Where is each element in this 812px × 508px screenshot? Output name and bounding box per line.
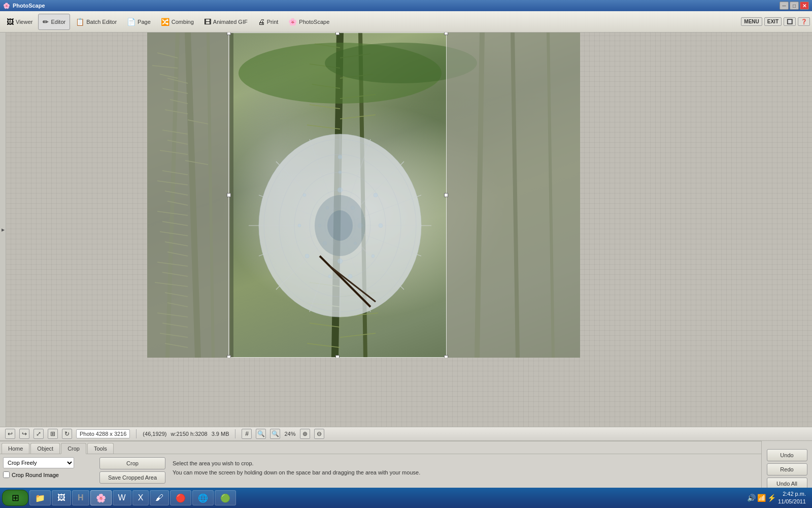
combing-icon: 🔀	[161, 18, 170, 26]
crop-handle-top-middle[interactable]	[335, 33, 340, 35]
photoscape-icon: 🌸	[288, 18, 297, 26]
close-button[interactable]: ✕	[800, 2, 809, 10]
clock-date: 11/05/2011	[778, 498, 806, 505]
minimize-button[interactable]: ─	[780, 2, 789, 10]
menu-editor[interactable]: ✏ Editor	[38, 14, 70, 30]
menu-animated-gif[interactable]: 🎞 Animated GIF	[199, 14, 252, 30]
statusbar-divider1	[136, 429, 137, 438]
taskbar-app-folder[interactable]: 📁	[29, 490, 51, 505]
save-cropped-button[interactable]: Save Cropped Area	[99, 471, 165, 484]
screen-button[interactable]: 🔲	[784, 17, 796, 26]
opera-taskbar-icon: 🔴	[176, 493, 186, 503]
photoscape-taskbar-icon: 🌸	[96, 493, 106, 503]
maximize-button[interactable]: □	[790, 2, 799, 10]
photo-canvas	[147, 33, 580, 358]
exit-button[interactable]: EXIT	[764, 17, 782, 26]
crop-selection-box[interactable]	[228, 33, 447, 358]
menu-print[interactable]: 🖨 Print	[253, 14, 283, 30]
editor-label: Editor	[51, 19, 65, 25]
menubar: 🖼 Viewer ✏ Editor 📋 Batch Editor 📄 Page …	[0, 11, 812, 33]
crop-mode-dropdown[interactable]: Crop Freely 1:1 4:3 16:9 Custom	[3, 457, 74, 468]
zoom-fit-button[interactable]: ⤢	[33, 429, 44, 439]
tab-tools[interactable]: Tools	[87, 443, 114, 454]
tabs: Home Object Crop Tools	[0, 441, 812, 454]
taskbar: ⊞ 📁 🖼 H 🌸 W X 🖌 🔴 🌐 🟢 🔊 📶 ⚡ 2:42 p.m. 11…	[0, 488, 812, 508]
app-icon: 🌸	[3, 3, 10, 9]
zoom-level: 24%	[284, 431, 295, 437]
taskbar-app-photoscape[interactable]: 🌸	[90, 490, 112, 505]
crop-handle-top-right[interactable]	[444, 33, 448, 35]
crop-round-label: Crop Round Image	[12, 472, 59, 478]
batch-editor-label: Batch Editor	[86, 19, 117, 25]
rotate-button[interactable]: ↻	[62, 429, 72, 439]
taskbar-app-word[interactable]: W	[113, 490, 131, 505]
viewer-label: Viewer	[16, 19, 32, 25]
ie-taskbar-icon: 🌐	[198, 493, 208, 503]
undo-button[interactable]: Undo	[767, 449, 807, 461]
zoom-in-small-button[interactable]: 🔍	[270, 429, 280, 439]
help-button[interactable]: ❓	[798, 17, 810, 26]
menu-combing[interactable]: 🔀 Combing	[156, 14, 198, 30]
tray-icon-2: 📶	[757, 494, 766, 502]
image-taskbar-icon: 🖼	[57, 493, 65, 502]
animated-gif-icon: 🎞	[204, 18, 211, 26]
photo-container	[147, 33, 580, 358]
taskbar-app-excel[interactable]: X	[132, 490, 149, 505]
statusbar-divider2	[235, 429, 235, 438]
page-icon: 📄	[127, 18, 136, 26]
taskbar-right: 🔊 📶 ⚡ 2:42 p.m. 11/05/2011	[747, 490, 810, 506]
crop-handle-middle-right[interactable]	[444, 193, 448, 197]
crop-handle-bottom-right[interactable]	[444, 355, 448, 358]
zoom-out-button[interactable]: ⊖	[314, 429, 324, 439]
statusbar: ↩ ↪ ⤢ ⊞ ↻ Photo 4288 x 3216 (46,1929) w:…	[0, 427, 812, 441]
taskbar-app-lightroom[interactable]: H	[72, 490, 89, 505]
crop-handle-bottom-middle[interactable]	[335, 355, 340, 358]
system-clock[interactable]: 2:42 p.m. 11/05/2011	[778, 490, 806, 506]
tray-icon-3: ⚡	[767, 494, 776, 502]
start-button[interactable]: ⊞	[2, 490, 28, 506]
taskbar-app-chrome[interactable]: 🟢	[215, 490, 236, 505]
zoom-actual-button[interactable]: ⊞	[48, 429, 58, 439]
coordinates-label: (46,1929)	[143, 431, 166, 437]
undo-statusbar-button[interactable]: ↩	[5, 429, 15, 439]
panel-arrow-icon: ▶	[2, 228, 5, 232]
zoom-out-small-button[interactable]: 🔍	[256, 429, 266, 439]
batch-editor-icon: 📋	[76, 18, 84, 26]
left-panel-toggle[interactable]: ▶	[0, 33, 6, 427]
titlebar: 🌸 PhotoScape ─ □ ✕	[0, 0, 812, 11]
tab-object[interactable]: Object	[30, 443, 60, 454]
crop-round-checkbox[interactable]	[3, 471, 10, 478]
chrome-taskbar-icon: 🟢	[220, 493, 230, 503]
taskbar-app-ie[interactable]: 🌐	[192, 490, 214, 505]
taskbar-app-paint[interactable]: 🖌	[150, 490, 169, 505]
crop-round-row: Crop Round Image	[3, 471, 94, 478]
crop-handle-top-left[interactable]	[227, 33, 231, 35]
menu-batch-editor[interactable]: 📋 Batch Editor	[71, 14, 121, 30]
paint-taskbar-icon: 🖌	[155, 493, 163, 502]
combing-label: Combing	[172, 19, 194, 25]
tab-home[interactable]: Home	[2, 443, 29, 454]
menu-photoscape[interactable]: 🌸 PhotoScape	[284, 14, 334, 30]
menu-button[interactable]: MENU	[741, 17, 762, 26]
taskbar-app-image[interactable]: 🖼	[52, 490, 71, 505]
page-label: Page	[138, 19, 151, 25]
grid-button[interactable]: #	[242, 429, 252, 439]
excel-taskbar-icon: X	[138, 493, 144, 502]
taskbar-app-opera[interactable]: 🔴	[170, 490, 191, 505]
redo-statusbar-button[interactable]: ↪	[19, 429, 29, 439]
tray-icons: 🔊 📶 ⚡	[747, 494, 776, 502]
crop-button[interactable]: Crop	[99, 457, 165, 469]
menu-page[interactable]: 📄 Page	[122, 14, 155, 30]
photo-info-field: Photo 4288 x 3216	[76, 429, 130, 438]
menu-viewer[interactable]: 🖼 Viewer	[2, 14, 37, 30]
clock-time: 2:42 p.m.	[778, 490, 806, 498]
redo-button[interactable]: Redo	[767, 463, 807, 475]
main-area: ▶	[0, 33, 812, 427]
tab-crop[interactable]: Crop	[61, 443, 86, 454]
crop-handle-bottom-left[interactable]	[227, 355, 231, 358]
photoscape-label: PhotoScape	[299, 19, 329, 25]
canvas-area[interactable]	[6, 33, 812, 427]
crop-handle-middle-left[interactable]	[227, 193, 231, 197]
zoom-in-button[interactable]: ⊕	[300, 429, 310, 439]
crop-action-buttons: Crop Save Cropped Area	[99, 457, 165, 484]
